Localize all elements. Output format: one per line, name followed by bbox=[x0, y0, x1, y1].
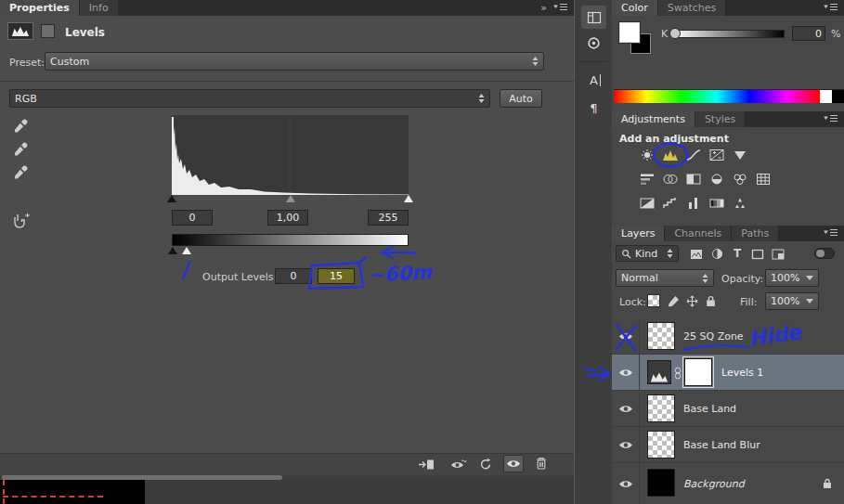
auto-button[interactable]: Auto bbox=[500, 89, 542, 108]
panel-menu-icon[interactable] bbox=[824, 113, 838, 125]
layer-thumbnail[interactable] bbox=[647, 322, 675, 350]
tab-paths[interactable]: Paths bbox=[732, 226, 779, 241]
panel-menu-icon[interactable] bbox=[553, 2, 568, 14]
exposure-icon[interactable] bbox=[707, 147, 727, 163]
photo-filter-icon[interactable] bbox=[707, 171, 727, 187]
hue-saturation-icon[interactable] bbox=[637, 171, 657, 187]
input-highlight-slider[interactable] bbox=[404, 195, 413, 202]
layer-row-background[interactable]: Background bbox=[612, 463, 844, 504]
white-point-eyedropper-icon[interactable] bbox=[11, 163, 30, 182]
levels-icon[interactable] bbox=[660, 147, 681, 163]
tab-layers[interactable]: Layers bbox=[612, 226, 665, 241]
input-shadow-slider[interactable] bbox=[167, 195, 176, 202]
filter-smart-object-icon[interactable] bbox=[770, 247, 786, 261]
input-shadow-field[interactable] bbox=[172, 210, 213, 226]
invert-icon[interactable] bbox=[637, 195, 657, 212]
clip-to-layer-button[interactable] bbox=[416, 456, 436, 472]
filter-adjustment-layers-icon[interactable] bbox=[708, 247, 725, 261]
dock-info-icon[interactable] bbox=[581, 32, 606, 55]
tab-color[interactable]: Color bbox=[612, 0, 658, 16]
posterize-icon[interactable] bbox=[660, 195, 681, 212]
black-point-eyedropper-icon[interactable] bbox=[11, 117, 30, 136]
lock-all-icon[interactable] bbox=[703, 293, 718, 308]
dock-character-panel-icon[interactable]: A bbox=[581, 69, 606, 92]
visibility-eye-icon[interactable] bbox=[612, 427, 640, 463]
document-canvas[interactable] bbox=[0, 480, 145, 504]
visibility-eye-icon[interactable] bbox=[612, 355, 640, 391]
fill-select[interactable]: 100% bbox=[765, 292, 819, 310]
channel-select[interactable]: RGB bbox=[9, 89, 490, 108]
visibility-eye-icon[interactable] bbox=[612, 463, 640, 504]
delete-adjustment-button[interactable] bbox=[531, 455, 552, 472]
channel-mixer-icon[interactable] bbox=[730, 171, 750, 187]
dock-properties-icon[interactable] bbox=[581, 6, 606, 29]
output-highlight-field[interactable] bbox=[318, 268, 355, 284]
brightness-contrast-icon[interactable] bbox=[637, 147, 657, 163]
preset-select[interactable]: Custom bbox=[45, 52, 544, 71]
color-spectrum-ramp[interactable] bbox=[614, 89, 820, 103]
layer-name[interactable]: Levels 1 bbox=[721, 367, 763, 379]
opacity-select[interactable]: 100% bbox=[765, 269, 819, 287]
tab-styles[interactable]: Styles bbox=[695, 111, 746, 127]
layer-name[interactable]: Base Land bbox=[683, 403, 736, 415]
layer-thumbnail[interactable] bbox=[647, 431, 675, 459]
blend-mode-select[interactable]: Normal bbox=[616, 269, 714, 287]
view-previous-state-button[interactable] bbox=[448, 456, 468, 472]
targeted-adjustment-icon[interactable] bbox=[7, 212, 33, 230]
color-balance-icon[interactable] bbox=[660, 171, 681, 187]
tab-channels[interactable]: Channels bbox=[665, 226, 732, 241]
layer-name[interactable]: 25 SQ Zone bbox=[683, 330, 744, 342]
filtering-toggle-switch[interactable] bbox=[814, 248, 835, 259]
visibility-eye-icon[interactable] bbox=[612, 391, 640, 427]
visibility-eye-icon[interactable] bbox=[612, 318, 640, 355]
input-highlight-field[interactable] bbox=[368, 210, 409, 226]
black-white-icon[interactable] bbox=[683, 171, 704, 187]
lock-pixels-brush-icon[interactable] bbox=[666, 293, 681, 308]
threshold-icon[interactable] bbox=[683, 195, 704, 212]
output-shadow-field[interactable] bbox=[275, 268, 312, 284]
layer-name[interactable]: Background bbox=[683, 478, 745, 490]
lock-transparency-icon[interactable] bbox=[647, 294, 660, 307]
gray-point-eyedropper-icon[interactable] bbox=[11, 140, 30, 159]
filter-pixel-layers-icon[interactable] bbox=[688, 247, 705, 261]
layer-name[interactable]: Base Land Blur bbox=[683, 439, 760, 451]
dock-paragraph-panel-icon[interactable]: ¶ bbox=[581, 97, 606, 120]
tab-info[interactable]: Info bbox=[80, 0, 119, 16]
input-midtone-field[interactable] bbox=[267, 210, 308, 226]
collapse-panels-button[interactable]: » bbox=[540, 2, 547, 14]
filter-shape-layers-icon[interactable] bbox=[749, 247, 766, 261]
layer-row-base-land-blur[interactable]: Base Land Blur bbox=[612, 427, 844, 463]
reset-button[interactable] bbox=[475, 456, 496, 472]
curves-icon[interactable] bbox=[683, 147, 704, 163]
k-slider-track[interactable] bbox=[673, 30, 785, 38]
foreground-color-swatch[interactable] bbox=[619, 22, 640, 43]
vibrance-icon[interactable] bbox=[730, 147, 750, 163]
filter-kind-select[interactable]: Kind bbox=[616, 245, 679, 262]
output-highlight-slider[interactable] bbox=[182, 247, 191, 254]
layer-thumbnail[interactable] bbox=[647, 394, 675, 422]
panel-menu-icon[interactable] bbox=[824, 227, 838, 239]
layer-thumbnail[interactable] bbox=[647, 469, 675, 497]
tab-properties[interactable]: Properties bbox=[0, 0, 80, 16]
output-shadow-slider[interactable] bbox=[168, 247, 177, 254]
k-value-field[interactable] bbox=[792, 26, 825, 41]
panel-menu-icon[interactable] bbox=[824, 2, 838, 14]
toggle-visibility-button[interactable] bbox=[503, 455, 524, 472]
layer-row-25-sq-zone[interactable]: 25 SQ Zone bbox=[612, 318, 844, 355]
filter-type-layers-icon[interactable]: T bbox=[729, 246, 746, 261]
mask-link-icon[interactable] bbox=[673, 366, 682, 380]
selective-color-icon[interactable] bbox=[730, 195, 750, 212]
ramp-white-chip[interactable] bbox=[820, 89, 832, 103]
layer-mask-thumbnail[interactable] bbox=[684, 358, 712, 386]
color-lookup-icon[interactable] bbox=[753, 171, 773, 187]
layer-row-levels-1[interactable]: Levels 1 bbox=[612, 355, 844, 391]
lock-position-move-icon[interactable] bbox=[684, 293, 699, 308]
ramp-black-chip[interactable] bbox=[832, 89, 844, 103]
k-slider-knob[interactable] bbox=[669, 28, 681, 39]
tab-adjustments[interactable]: Adjustments bbox=[612, 111, 695, 127]
input-midtone-slider[interactable] bbox=[286, 195, 295, 202]
tab-swatches[interactable]: Swatches bbox=[658, 0, 727, 16]
layer-row-base-land[interactable]: Base Land bbox=[612, 391, 844, 427]
adjustment-layer-thumbnail[interactable] bbox=[647, 360, 671, 384]
gradient-map-icon[interactable] bbox=[707, 195, 727, 212]
